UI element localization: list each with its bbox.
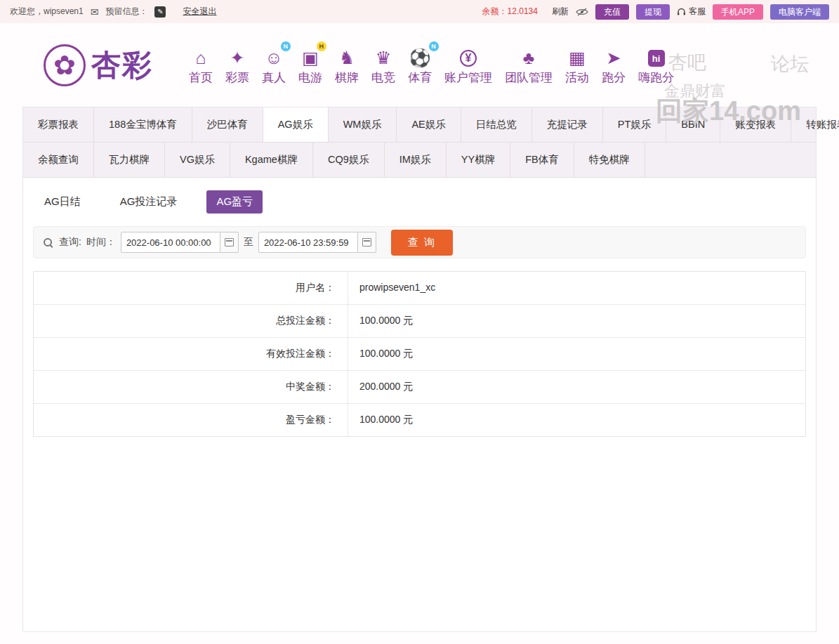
tab-AE娱乐[interactable]: AE娱乐 (397, 107, 461, 142)
edit-pencil-icon[interactable]: ✎ (154, 6, 166, 18)
row-value: prowipseven1_xc (348, 272, 805, 304)
tab-沙巴体育[interactable]: 沙巴体育 (192, 107, 263, 142)
to-label: 至 (244, 236, 253, 249)
tab-充提记录[interactable]: 充提记录 (532, 107, 603, 142)
start-calendar-icon[interactable] (220, 232, 239, 253)
nav-badge: N (281, 41, 291, 51)
tab-IM娱乐[interactable]: IM娱乐 (385, 143, 447, 177)
row-label: 总投注金额： (34, 305, 348, 337)
refresh-link[interactable]: 刷新 (552, 6, 569, 18)
row-value: 200.0000 元 (348, 371, 805, 403)
mobile-app-button[interactable]: 手机APP (713, 4, 763, 20)
sports-icon: ⚽ N (409, 44, 430, 67)
tab-转账报表[interactable]: 转账报表 (791, 107, 839, 142)
query-button[interactable]: 查 询 (391, 230, 453, 256)
table-row: 盈亏金额：100.0000 元 (34, 404, 805, 436)
nav-item[interactable]: ♣ 团队管理 (498, 44, 559, 86)
tab-特免棋牌[interactable]: 特免棋牌 (574, 143, 645, 177)
live-person-icon: ☺ N (265, 44, 283, 67)
pc-client-button[interactable]: 电脑客户端 (770, 4, 829, 20)
table-row: 有效投注金额：100.0000 元 (34, 338, 805, 371)
end-time-input[interactable] (258, 232, 358, 253)
paofen-pig-icon: ➤ (607, 44, 621, 67)
headset-icon (677, 8, 686, 16)
balance-text: 余额：12.0134 (482, 6, 538, 18)
hide-balance-eye-icon[interactable] (576, 8, 588, 16)
tab-BBIN[interactable]: BBIN (666, 107, 720, 142)
site-header: ✿ 杏彩 ⌂ 首页 ✦ 彩票 ☺ N 真人 ▣ H 电游 ♞ (0, 23, 839, 107)
nav-item[interactable]: ⌂ 首页 (183, 44, 219, 86)
tab-账变报表[interactable]: 账变报表 (720, 107, 791, 142)
nav-badge: H (317, 41, 326, 51)
nav-item-label: 棋牌 (335, 70, 359, 86)
withdraw-button[interactable]: 提现 (636, 4, 670, 20)
activity-gift-icon: ▦ (569, 44, 586, 67)
nav-badge: N (429, 41, 439, 51)
egame-icon: ▣ H (302, 44, 319, 67)
nav-item[interactable]: hi 嗨跑分 (632, 44, 680, 86)
table-row: 总投注金额：100.0000 元 (34, 305, 805, 338)
site-logo[interactable]: ✿ 杏彩 (44, 44, 153, 86)
logo-text: 杏彩 (91, 46, 153, 85)
tab-余额查询[interactable]: 余额查询 (23, 143, 94, 177)
esports-icon: ♛ (376, 44, 391, 67)
nav-item-label: 活动 (565, 70, 589, 86)
nav-item[interactable]: ⚽ N 体育 (402, 44, 438, 86)
nav-item[interactable]: ▦ 活动 (559, 44, 595, 86)
service-label: 客服 (689, 6, 706, 18)
tab-YY棋牌[interactable]: YY棋牌 (447, 143, 510, 177)
lottery-icon: ✦ (230, 44, 245, 67)
subtab-AG日结[interactable]: AG日结 (34, 190, 91, 213)
tab-日结总览[interactable]: 日结总览 (461, 107, 532, 142)
main-content-card: 彩票报表188金宝博体育沙巴体育AG娱乐WM娱乐AE娱乐日结总览充提记录PT娱乐… (22, 107, 817, 632)
subtab-AG盈亏[interactable]: AG盈亏 (206, 190, 263, 213)
nav-item-label: 彩票 (225, 70, 249, 86)
row-value: 100.0000 元 (348, 338, 805, 370)
tab-PT娱乐[interactable]: PT娱乐 (603, 107, 667, 142)
row-value: 100.0000 元 (348, 305, 805, 337)
nav-item[interactable]: ¥ 账户管理 (438, 44, 498, 86)
main-nav: ⌂ 首页 ✦ 彩票 ☺ N 真人 ▣ H 电游 ♞ 棋牌 ♛ (183, 44, 680, 86)
tab-AG娱乐[interactable]: AG娱乐 (263, 107, 329, 142)
time-label: 时间： (86, 236, 116, 249)
tab-Kgame棋牌[interactable]: Kgame棋牌 (230, 143, 313, 177)
search-bar: 查询: 时间： 至 查 询 (33, 226, 806, 258)
nav-item[interactable]: ➤ 跑分 (595, 44, 632, 86)
search-icon (44, 238, 53, 247)
customer-service-link[interactable]: 客服 (677, 6, 706, 18)
tab-FB体育[interactable]: FB体育 (510, 143, 574, 177)
tab-CQ9娱乐[interactable]: CQ9娱乐 (313, 143, 385, 177)
tab-VG娱乐[interactable]: VG娱乐 (165, 143, 230, 177)
nav-item[interactable]: ▣ H 电游 (292, 44, 329, 86)
logo-flower-icon: ✿ (44, 44, 86, 86)
tab-188金宝博体育[interactable]: 188金宝博体育 (94, 107, 192, 142)
team-icon: ♣ (523, 44, 534, 67)
nav-item[interactable]: ✦ 彩票 (219, 44, 256, 86)
row-label: 用户名： (34, 272, 348, 304)
topbar: 欢迎您，wipseven1 ✉ 预留信息： ✎ 安全退出 余额：12.0134 … (0, 0, 839, 23)
nav-item[interactable]: ♛ 电竞 (365, 44, 402, 86)
watermark-text: 论坛 (771, 51, 809, 77)
tab-WM娱乐[interactable]: WM娱乐 (329, 107, 397, 142)
report-tabs-row2: 余额查询瓦力棋牌VG娱乐Kgame棋牌CQ9娱乐IM娱乐YY棋牌FB体育特免棋牌 (23, 143, 816, 178)
row-label: 中奖金额： (34, 371, 348, 403)
hi-icon: hi (648, 44, 665, 67)
logout-link[interactable]: 安全退出 (183, 6, 216, 18)
summary-table: 用户名：prowipseven1_xc总投注金额：100.0000 元有效投注金… (33, 271, 806, 437)
home-icon: ⌂ (195, 44, 206, 67)
nav-item[interactable]: ☺ N 真人 (256, 44, 292, 86)
tab-瓦力棋牌[interactable]: 瓦力棋牌 (94, 143, 165, 177)
start-time-input[interactable] (121, 232, 220, 253)
table-row: 中奖金额：200.0000 元 (34, 371, 805, 404)
chess-icon: ♞ (339, 44, 355, 67)
balance-label: 余额： (482, 6, 508, 16)
nav-item[interactable]: ♞ 棋牌 (329, 44, 365, 86)
nav-item-label: 嗨跑分 (638, 70, 674, 86)
recharge-button[interactable]: 充值 (595, 4, 629, 20)
tab-彩票报表[interactable]: 彩票报表 (23, 107, 94, 142)
message-envelope-icon[interactable]: ✉ (91, 6, 99, 18)
subtab-AG投注记录[interactable]: AG投注记录 (110, 190, 187, 213)
end-calendar-icon[interactable] (358, 232, 376, 253)
nav-item-label: 账户管理 (444, 70, 492, 86)
nav-item-label: 电竞 (371, 70, 395, 86)
